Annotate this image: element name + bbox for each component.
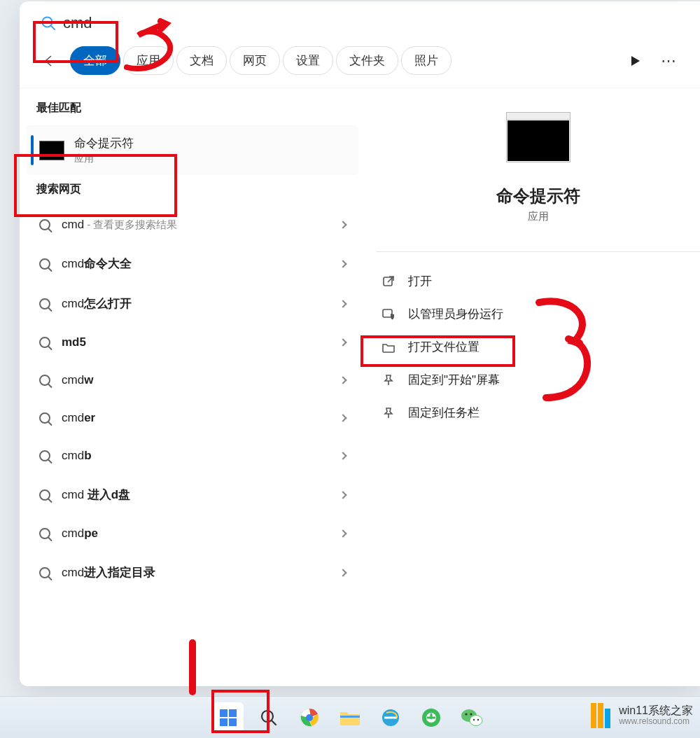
web-result-text: cmd 进入d盘: [62, 487, 329, 503]
web-result-text: cmder: [62, 411, 329, 425]
search-icon: [39, 337, 50, 348]
best-match-subtitle: 应用: [74, 153, 134, 165]
section-best-match: 最佳匹配: [27, 95, 358, 124]
tab-docs[interactable]: 文档: [176, 46, 227, 75]
search-icon: [39, 258, 50, 270]
search-input[interactable]: [57, 11, 685, 35]
web-result-text: cmd进入指定目录: [62, 564, 329, 580]
taskbar-wechat-icon[interactable]: [456, 702, 487, 733]
back-button[interactable]: [36, 48, 62, 74]
section-web-search: 搜索网页: [27, 176, 358, 205]
taskbar-search-button[interactable]: [253, 702, 284, 733]
web-result[interactable]: cmdpe: [27, 515, 358, 552]
tab-folders[interactable]: 文件夹: [336, 46, 398, 75]
action-label: 打开: [408, 273, 432, 289]
svg-point-20: [465, 713, 467, 715]
chevron-right-icon: [339, 569, 346, 576]
tab-photos[interactable]: 照片: [401, 46, 451, 75]
svg-point-22: [473, 718, 475, 720]
chevron-right-icon: [339, 300, 346, 307]
folder-icon: [382, 340, 396, 354]
chevron-right-icon: [339, 376, 346, 384]
search-icon: [39, 489, 50, 501]
search-bar: [20, 1, 700, 41]
windows-search-panel: 全部 应用 文档 网页 设置 文件夹 照片 ⋯ 最佳匹配 命令提示符 应用 搜索…: [20, 1, 700, 686]
web-result[interactable]: md5: [27, 324, 358, 361]
open-icon: [382, 274, 396, 288]
web-result[interactable]: cmd 进入d盘: [27, 475, 358, 514]
web-result-text: cmd怎么打开: [62, 295, 329, 312]
web-result-text: md5: [62, 335, 329, 349]
chevron-right-icon: [339, 491, 346, 499]
watermark: win11系统之家 www.relsound.com: [591, 696, 693, 735]
action-run-as-admin[interactable]: 以管理员身份运行: [376, 299, 700, 329]
web-result[interactable]: cmdb: [27, 438, 358, 474]
web-result-text: cmd命令大全: [62, 256, 329, 272]
svg-rect-12: [340, 716, 360, 718]
more-icon[interactable]: ⋯: [661, 52, 678, 70]
search-icon: [39, 298, 50, 309]
tab-web[interactable]: 网页: [230, 46, 280, 75]
svg-rect-4: [220, 709, 227, 717]
search-icon: [39, 567, 50, 578]
search-icon: [39, 450, 50, 461]
results-column: 最佳匹配 命令提示符 应用 搜索网页 cmd - 查看更多搜索结果 cmd命令大…: [20, 88, 363, 686]
taskbar-explorer-icon[interactable]: [335, 702, 365, 733]
preview-column: 命令提示符 应用 打开 以管理员身份运行: [363, 88, 700, 686]
chevron-right-icon: [339, 338, 346, 346]
start-button[interactable]: [213, 702, 244, 733]
svg-rect-6: [220, 718, 227, 726]
chevron-right-icon: [339, 221, 346, 228]
cmd-app-icon: [39, 141, 64, 160]
taskbar-360-icon[interactable]: [416, 702, 447, 733]
best-match-title: 命令提示符: [74, 135, 134, 151]
web-result[interactable]: cmder: [27, 400, 358, 436]
svg-rect-17: [427, 716, 435, 718]
action-open-file-location[interactable]: 打开文件位置: [376, 332, 700, 362]
svg-point-23: [477, 718, 479, 720]
taskbar-ie-icon[interactable]: [375, 702, 406, 733]
action-pin-start[interactable]: 固定到"开始"屏幕: [376, 365, 700, 395]
svg-line-1: [51, 26, 55, 29]
action-label: 固定到任务栏: [408, 405, 479, 421]
action-pin-taskbar[interactable]: 固定到任务栏: [376, 398, 700, 428]
svg-line-9: [272, 720, 276, 725]
web-result-text: cmd - 查看更多搜索结果: [62, 218, 329, 232]
svg-rect-5: [229, 709, 237, 717]
web-result[interactable]: cmd - 查看更多搜索结果: [27, 207, 358, 243]
pin-icon: [382, 406, 396, 420]
chevron-right-icon: [339, 260, 346, 267]
preview-title: 命令提示符: [496, 185, 580, 207]
action-label: 以管理员身份运行: [408, 306, 503, 322]
svg-point-19: [470, 715, 482, 725]
search-icon: [39, 14, 57, 32]
search-icon: [39, 375, 50, 386]
search-icon: [39, 528, 50, 539]
preview-app-icon: [506, 112, 570, 162]
tab-all[interactable]: 全部: [70, 46, 120, 75]
web-result[interactable]: cmd命令大全: [27, 244, 358, 283]
web-result[interactable]: cmd怎么打开: [27, 284, 358, 323]
tab-apps[interactable]: 应用: [123, 46, 174, 75]
watermark-title: win11系统之家: [619, 704, 693, 717]
chevron-right-icon: [339, 529, 346, 537]
tab-settings[interactable]: 设置: [283, 46, 333, 75]
pin-icon: [382, 373, 396, 387]
play-icon[interactable]: [631, 56, 640, 66]
chevron-right-icon: [339, 414, 346, 422]
search-icon: [39, 219, 50, 230]
watermark-subtitle: www.relsound.com: [619, 717, 693, 727]
preview-actions: 打开 以管理员身份运行 打开文件位置: [376, 251, 700, 428]
web-result[interactable]: cmd进入指定目录: [27, 553, 358, 592]
best-match-item[interactable]: 命令提示符 应用: [27, 125, 358, 175]
web-result[interactable]: cmdw: [27, 362, 358, 398]
svg-rect-7: [229, 718, 237, 726]
svg-point-11: [306, 714, 313, 721]
tabs-row: 全部 应用 文档 网页 设置 文件夹 照片 ⋯: [20, 41, 700, 88]
action-open[interactable]: 打开: [376, 266, 700, 296]
preview-subtitle: 应用: [528, 210, 549, 223]
shield-admin-icon: [382, 307, 396, 321]
web-result-text: cmdb: [62, 449, 329, 463]
taskbar-browser-icon[interactable]: [294, 702, 325, 733]
web-result-text: cmdw: [62, 373, 329, 387]
